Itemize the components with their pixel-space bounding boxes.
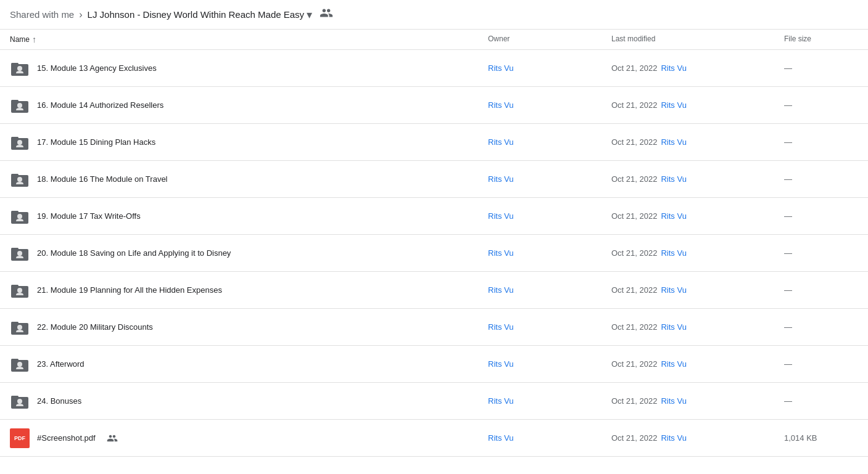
dropdown-icon[interactable]: ▾: [307, 8, 312, 22]
shared-people-badge: [107, 433, 118, 444]
modified-date: Oct 21, 2022: [611, 174, 657, 184]
modified-by: Rits Vu: [661, 63, 686, 73]
modified-cell: Oct 21, 2022Rits Vu: [611, 396, 784, 406]
owner-cell: Rits Vu: [488, 359, 611, 369]
owner-cell: Rits Vu: [488, 322, 611, 332]
table-row[interactable]: 24. BonusesRits VuOct 21, 2022Rits Vu—: [0, 383, 868, 420]
owner-cell: Rits Vu: [488, 211, 611, 221]
table-row[interactable]: PDF#Screenshot.pdf Rits VuOct 21, 2022Ri…: [0, 420, 868, 457]
svg-rect-1: [11, 63, 19, 65]
table-row[interactable]: 22. Module 20 Military DiscountsRits VuO…: [0, 309, 868, 346]
file-name-text: #Screenshot.pdf: [37, 433, 96, 443]
modified-by: Rits Vu: [661, 248, 686, 258]
svg-rect-7: [11, 137, 19, 139]
file-name-cell: 16. Module 14 Authorized Resellers: [10, 96, 488, 115]
shared-folder-icon: [10, 280, 30, 300]
modified-by: Rits Vu: [661, 322, 686, 332]
modified-date: Oct 21, 2022: [611, 359, 657, 369]
file-name-cell: 24. Bonuses: [10, 391, 488, 411]
file-name-cell: 20. Module 18 Saving on Life and Applyin…: [10, 243, 488, 263]
file-name-text: 17. Module 15 Dining Plan Hacks: [37, 137, 155, 147]
table-row[interactable]: 18. Module 16 The Module on TravelRits V…: [0, 161, 868, 198]
file-name-text: 22. Module 20 Military Discounts: [37, 322, 153, 332]
column-header-owner: Owner: [488, 35, 611, 44]
table-row[interactable]: 19. Module 17 Tax Write-OffsRits VuOct 2…: [0, 198, 868, 235]
file-name-cell: PDF#Screenshot.pdf: [10, 428, 488, 448]
file-list-table: Name ↑ Owner Last modified File size 15.…: [0, 30, 868, 457]
column-header-last-modified: Last modified: [611, 35, 784, 44]
modified-cell: Oct 21, 2022Rits Vu: [611, 63, 784, 73]
file-name-cell: 22. Module 20 Military Discounts: [10, 317, 488, 337]
svg-point-17: [17, 251, 22, 256]
shared-folder-icon: [10, 317, 30, 337]
modified-by: Rits Vu: [661, 396, 686, 406]
table-row[interactable]: 21. Module 19 Planning for All the Hidde…: [0, 272, 868, 309]
modified-cell: Oct 21, 2022Rits Vu: [611, 359, 784, 369]
filesize-cell: —: [784, 137, 858, 147]
sort-ascending-icon: ↑: [32, 35, 36, 44]
file-name-text: 23. Afterword: [37, 359, 85, 369]
svg-rect-4: [11, 100, 19, 102]
modified-by: Rits Vu: [661, 433, 686, 443]
svg-point-23: [17, 325, 22, 330]
modified-date: Oct 21, 2022: [611, 137, 657, 147]
filesize-cell: —: [784, 211, 858, 221]
modified-date: Oct 21, 2022: [611, 396, 657, 406]
svg-rect-10: [11, 174, 19, 176]
owner-cell: Rits Vu: [488, 100, 611, 110]
owner-cell: Rits Vu: [488, 63, 611, 73]
breadcrumb-shared-with-me[interactable]: Shared with me: [10, 9, 74, 20]
owner-cell: Rits Vu: [488, 433, 611, 443]
file-name-cell: 21. Module 19 Planning for All the Hidde…: [10, 280, 488, 300]
modified-cell: Oct 21, 2022Rits Vu: [611, 322, 784, 332]
filesize-cell: —: [784, 396, 858, 406]
modified-date: Oct 21, 2022: [611, 100, 657, 110]
file-name-text: 15. Module 13 Agency Exclusives: [37, 63, 157, 73]
shared-folder-icon: [10, 170, 30, 189]
column-header-name[interactable]: Name ↑: [10, 35, 488, 44]
file-name-text: 19. Module 17 Tax Write-Offs: [37, 211, 141, 221]
svg-point-14: [17, 214, 22, 219]
table-row[interactable]: 17. Module 15 Dining Plan HacksRits VuOc…: [0, 124, 868, 161]
file-name-text: 16. Module 14 Authorized Resellers: [37, 100, 163, 110]
modified-date: Oct 21, 2022: [611, 433, 657, 443]
shared-folder-icon: [10, 59, 30, 78]
breadcrumb-current-folder[interactable]: LJ Johnson - Disney World Within Reach M…: [88, 8, 313, 22]
modified-by: Rits Vu: [661, 359, 686, 369]
shared-folder-icon: [10, 133, 30, 152]
svg-point-2: [17, 66, 22, 71]
file-name-cell: 19. Module 17 Tax Write-Offs: [10, 206, 488, 226]
modified-cell: Oct 21, 2022Rits Vu: [611, 248, 784, 258]
modified-cell: Oct 21, 2022Rits Vu: [611, 285, 784, 295]
svg-rect-25: [11, 359, 19, 361]
shared-folder-icon: [10, 243, 30, 263]
file-name-cell: 15. Module 13 Agency Exclusives: [10, 59, 488, 78]
svg-point-29: [17, 399, 22, 404]
svg-point-8: [17, 140, 22, 145]
shared-folder-icon: [10, 354, 30, 374]
table-row[interactable]: 20. Module 18 Saving on Life and Applyin…: [0, 235, 868, 272]
shared-folder-icon: [10, 391, 30, 411]
modified-by: Rits Vu: [661, 100, 686, 110]
svg-point-5: [17, 103, 22, 108]
modified-date: Oct 21, 2022: [611, 211, 657, 221]
modified-cell: Oct 21, 2022Rits Vu: [611, 174, 784, 184]
breadcrumb-bar: Shared with me › LJ Johnson - Disney Wor…: [0, 0, 868, 30]
owner-cell: Rits Vu: [488, 396, 611, 406]
table-row[interactable]: 16. Module 14 Authorized ResellersRits V…: [0, 87, 868, 124]
table-row[interactable]: 23. AfterwordRits VuOct 21, 2022Rits Vu—: [0, 346, 868, 383]
svg-rect-19: [11, 285, 19, 287]
people-icon[interactable]: [320, 6, 333, 23]
owner-cell: Rits Vu: [488, 285, 611, 295]
table-body: 15. Module 13 Agency ExclusivesRits VuOc…: [0, 50, 868, 457]
modified-cell: Oct 21, 2022Rits Vu: [611, 100, 784, 110]
svg-rect-22: [11, 322, 19, 324]
shared-folder-icon: [10, 96, 30, 115]
table-row[interactable]: 15. Module 13 Agency ExclusivesRits VuOc…: [0, 50, 868, 87]
modified-cell: Oct 21, 2022Rits Vu: [611, 137, 784, 147]
modified-by: Rits Vu: [661, 211, 686, 221]
file-name-cell: 18. Module 16 The Module on Travel: [10, 170, 488, 189]
svg-point-11: [17, 177, 22, 182]
file-name-text: 24. Bonuses: [37, 396, 81, 406]
svg-point-20: [17, 288, 22, 293]
